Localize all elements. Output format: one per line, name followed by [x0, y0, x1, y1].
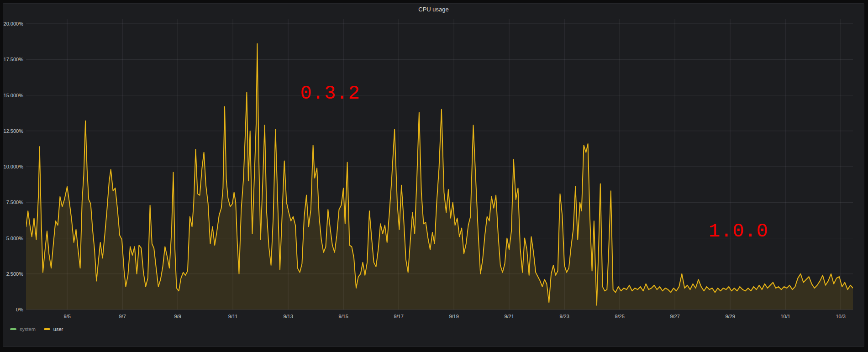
legend-item-user[interactable]: user: [44, 326, 63, 332]
release-annotations: 0.3.21.0.0: [0, 0, 868, 352]
page: CPU usage 20.000%17.500%15.000%12.500%10…: [0, 0, 868, 352]
user-series-swatch: [44, 328, 50, 330]
legend-label-user: user: [53, 326, 63, 332]
panel-title[interactable]: CPU usage: [3, 3, 864, 16]
legend-item-system[interactable]: system: [10, 326, 36, 332]
legend: system user: [10, 326, 63, 332]
release-annotation-0.3.2: 0.3.2: [300, 83, 360, 105]
system-series-swatch: [10, 328, 16, 330]
release-annotation-1.0.0: 1.0.0: [709, 221, 768, 242]
legend-label-system: system: [20, 326, 36, 332]
